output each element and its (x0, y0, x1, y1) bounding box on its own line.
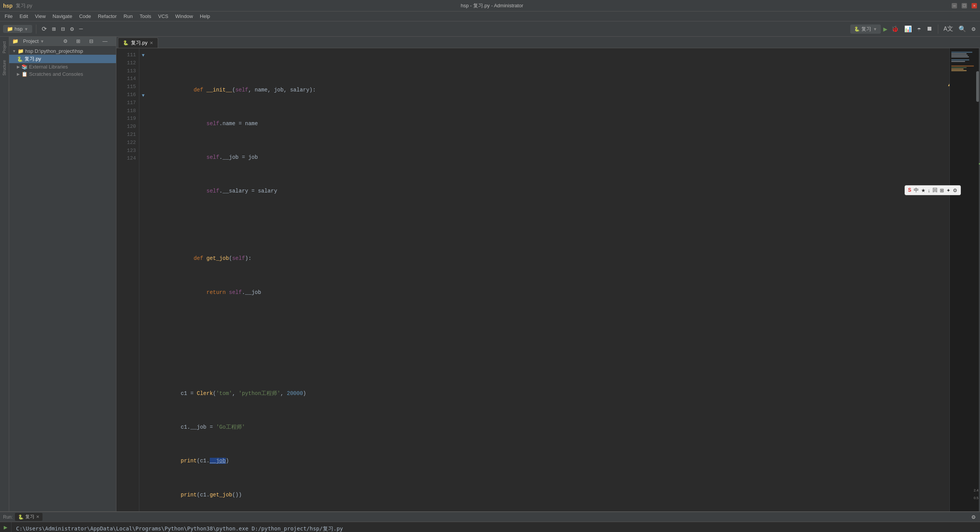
menu-window[interactable]: Window (172, 13, 196, 20)
editor-tab-fuxi[interactable]: 🐍 复习.py ✕ (118, 38, 158, 48)
run-content: ▶ ↺ ■ ↑ ↓ ⋮ C:\Users\Administrator\AppDa… (0, 522, 980, 532)
run-play-btn[interactable]: ▶ (4, 524, 8, 531)
left-icon-panel: Project Structure (0, 37, 9, 511)
profile-icon[interactable]: 📊 (903, 24, 913, 34)
tree-arrow-ext: ▶ (17, 65, 20, 69)
close-button[interactable]: ✕ (972, 3, 977, 8)
code-line-112: self.name = name (149, 111, 946, 119)
minimap-line (951, 69, 964, 70)
coverage-icon[interactable]: ☂ (916, 24, 923, 34)
run-tab-close[interactable]: ✕ (36, 514, 39, 519)
tree-label-fuxi: 复习.py (24, 55, 41, 62)
run-tab-icon: 🐍 (18, 514, 24, 520)
minimap-line (951, 65, 974, 67)
structure-sidebar-icon[interactable]: Structure (2, 59, 7, 77)
translate-icon[interactable]: A文 (942, 24, 955, 34)
tab-close-btn[interactable]: ✕ (150, 41, 153, 46)
expand-all-icon[interactable]: ⊞ (51, 24, 57, 34)
settings-icon2[interactable]: ⚙ (970, 24, 977, 34)
minimap-line (951, 53, 967, 54)
gutter-empty-119 (139, 116, 147, 124)
project-selector[interactable]: 📁 hsp ▼ (3, 25, 32, 33)
tree-label-scratch: Scratches and Consoles (29, 71, 83, 77)
gutter-empty-113 (139, 67, 147, 75)
menu-edit[interactable]: Edit (16, 13, 31, 20)
output-command: C:\Users\Administrator\AppData\Local\Pro… (16, 524, 343, 532)
title-bar-right: — □ ✕ (952, 3, 977, 8)
py-icon-fuxi: 🐍 (17, 56, 23, 62)
minimap-pct1: 2.4 (973, 488, 978, 492)
scratch-icon: 📋 (21, 71, 28, 77)
ime-return[interactable]: 回 (933, 187, 938, 194)
run-sidebar: ▶ ↺ ■ ↑ ↓ ⋮ (0, 522, 11, 532)
tree-item-hsp[interactable]: ▼ 📁 hsp D:\python_project\hsp (9, 47, 116, 55)
expand-icon[interactable]: ⊞ (75, 38, 87, 44)
bottom-panel: Run: 🐍 复习 ✕ ⚙ ▶ ↺ ■ ↑ ↓ ⋮ C:\Users\Admin… (0, 511, 980, 532)
debug-icon[interactable]: 🐞 (890, 24, 900, 34)
ime-mic[interactable]: ↓ (928, 188, 931, 193)
title-bar-center: hsp - 复习.py - Administrator (32, 2, 952, 9)
tree-item-fuxi[interactable]: 🐍 复习.py (9, 55, 116, 63)
code-line-120: c1 = Clerk('tom', 'python工程师', 20000) (149, 381, 946, 389)
project-sidebar-icon[interactable]: Project (2, 40, 7, 55)
code-line-122: print(c1.__job) (149, 448, 946, 456)
editor-area: 🐍 复习.py ✕ ▲ ▲ 1 ∧ ∨ 111 112 113 114 115 … (116, 37, 980, 511)
ime-zh[interactable]: 中 (914, 187, 919, 194)
ime-menu[interactable]: ✦ (946, 188, 951, 193)
gear-icon[interactable]: ⚙ (62, 38, 74, 44)
ime-grid[interactable]: ⊞ (940, 188, 944, 193)
line-numbers: 111 112 113 114 115 116 117 118 119 120 … (116, 48, 139, 511)
project-dropdown[interactable]: ▼ (40, 39, 49, 44)
hide-icon[interactable]: — (78, 25, 85, 33)
tree-item-scratches[interactable]: ▶ 📋 Scratches and Consoles (9, 70, 116, 78)
menu-refactor[interactable]: Refactor (95, 13, 120, 20)
menu-file[interactable]: File (2, 13, 16, 20)
project-panel: 📁 Project ▼ ⚙ ⊞ ⊟ — ▼ 📁 hsp D:\python_pr… (9, 37, 116, 511)
menu-run[interactable]: Run (121, 13, 136, 20)
settings-icon[interactable]: ⚙ (69, 24, 75, 34)
toolbar: 📁 hsp ▼ ⟳ ⊞ ⊟ ⚙ — 🐍 复习 ▼ ▶ 🐞 📊 ☂ ⏹ A文 🔍 … (0, 21, 980, 37)
menu-tools[interactable]: Tools (137, 13, 154, 20)
toolbar-separator (36, 24, 36, 34)
minimize-button[interactable]: — (952, 3, 957, 8)
project-tree: ▼ 📁 hsp D:\python_project\hsp 🐍 复习.py ▶ … (9, 46, 116, 511)
menu-view[interactable]: View (32, 13, 49, 20)
ime-s-icon: S (908, 187, 911, 193)
menu-navigate[interactable]: Navigate (49, 13, 75, 20)
run-settings-icon[interactable]: ⚙ (970, 512, 977, 522)
menu-vcs[interactable]: VCS (155, 13, 172, 20)
gutter-empty-124 (139, 156, 147, 164)
gutter-empty-118 (139, 108, 147, 116)
ime-star[interactable]: ★ (921, 188, 926, 193)
line-num: 115 (118, 83, 136, 91)
ime-settings[interactable]: ⚙ (953, 188, 957, 193)
line-num: 118 (118, 107, 136, 115)
code-editor: ▲ ▲ 1 ∧ ∨ 111 112 113 114 115 116 117 11… (116, 48, 980, 511)
code-line-113: self.__job = job (149, 145, 946, 153)
line-num: 112 (118, 59, 136, 67)
gutter-empty-123 (139, 148, 147, 156)
toolbar-sep2 (938, 24, 938, 34)
minimap-line (951, 59, 969, 60)
menu-code[interactable]: Code (76, 13, 94, 20)
search-everywhere-icon[interactable]: 🔍 (957, 24, 968, 34)
run-tab[interactable]: 🐍 复习 ✕ (15, 513, 42, 521)
tree-item-external[interactable]: ▶ 📚 External Libraries (9, 63, 116, 70)
run-header: Run: 🐍 复习 ✕ ⚙ (0, 512, 980, 522)
tree-label-ext: External Libraries (29, 64, 68, 70)
collapse-icon[interactable]: ⊟ (88, 38, 100, 44)
run-button[interactable]: ▶ (883, 25, 887, 33)
run-label: Run: (3, 514, 13, 520)
close-panel-icon[interactable]: — (101, 38, 113, 44)
code-content[interactable]: def __init__(self, name, job, salary): s… (147, 48, 949, 511)
maximize-button[interactable]: □ (962, 3, 967, 8)
run-config-btn[interactable]: 🐍 复习 ▼ (850, 24, 881, 34)
collapse-icon[interactable]: ⊟ (60, 24, 67, 34)
gutter-empty-122 (139, 140, 147, 148)
code-line-121: c1.__job = 'Go工程师' (149, 415, 946, 423)
sync-icon[interactable]: ⟳ (40, 24, 48, 34)
menu-help[interactable]: Help (197, 13, 213, 20)
code-line-123: print(c1.get_job()) (149, 482, 946, 490)
code-line-119 (149, 347, 946, 355)
stop-icon[interactable]: ⏹ (925, 24, 934, 33)
